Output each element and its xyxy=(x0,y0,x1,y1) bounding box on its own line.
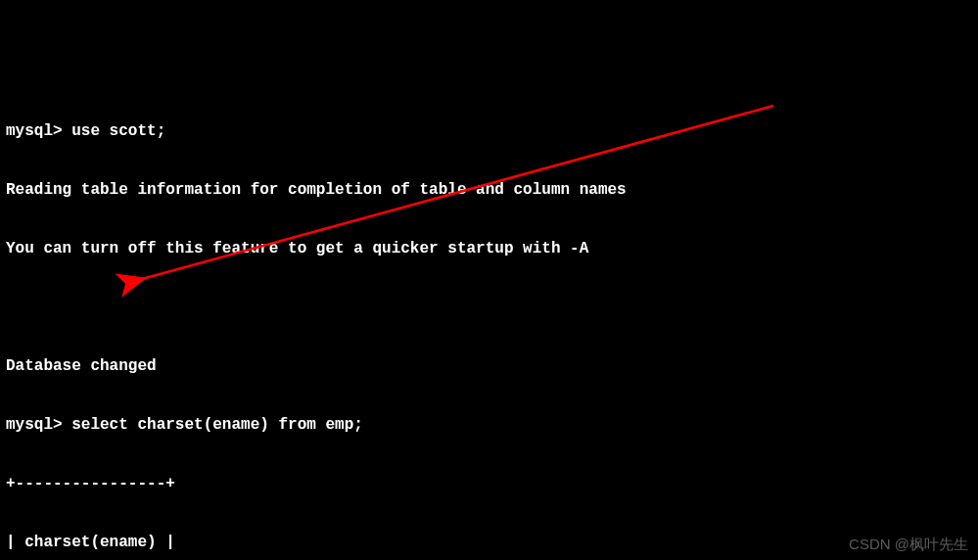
terminal-line xyxy=(6,298,972,317)
terminal-line: You can turn off this feature to get a q… xyxy=(6,239,972,258)
table-header: | charset(ename) | xyxy=(6,533,972,552)
terminal-line: mysql> select charset(ename) from emp; xyxy=(6,415,972,435)
terminal-line: Database changed xyxy=(6,356,972,376)
terminal-line: mysql> use scott; xyxy=(6,121,972,141)
table-border: +----------------+ xyxy=(6,474,972,493)
terminal-line: Reading table information for completion… xyxy=(6,180,972,200)
terminal-output[interactable]: mysql> use scott; Reading table informat… xyxy=(6,82,972,560)
watermark-text: CSDN @枫叶先生 xyxy=(849,536,968,554)
